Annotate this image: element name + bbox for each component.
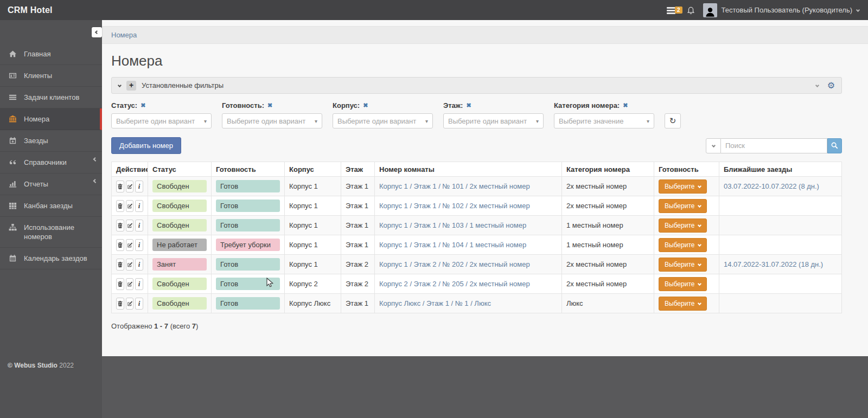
edit-button[interactable]	[126, 259, 134, 271]
edit-button[interactable]	[126, 239, 134, 251]
edit-button[interactable]	[126, 298, 134, 310]
readiness-select-button[interactable]: Выберите	[659, 199, 707, 213]
filters-panel-header[interactable]: + Установленные фильтры ⚙	[111, 77, 842, 94]
sidebar-item-label: Заезды	[24, 136, 48, 145]
column-header[interactable]: Этаж	[341, 162, 375, 177]
info-icon: i	[138, 260, 141, 269]
filter-select-placeholder: Выберите один вариант	[448, 117, 527, 125]
sidebar-collapse-button[interactable]	[92, 27, 102, 37]
info-button[interactable]: i	[135, 259, 143, 271]
clear-filter-icon[interactable]: ✖	[141, 102, 145, 109]
trash-icon	[117, 261, 123, 268]
search-options-button[interactable]	[706, 138, 721, 153]
edit-button[interactable]	[126, 278, 134, 290]
collapse-filters-icon[interactable]	[118, 83, 122, 87]
user-menu[interactable]: Тестовый Пользователь (Руководитель)	[703, 3, 859, 17]
room-link[interactable]: Корпус 1 / Этаж 1 / № 101 / 2х местный н…	[379, 182, 530, 190]
room-link[interactable]: Корпус 1 / Этаж 1 / № 103 / 1 местный но…	[379, 221, 526, 229]
readiness-select-button[interactable]: Выберите	[659, 258, 707, 272]
sidebar-item[interactable]: Канбан заезды	[0, 195, 102, 217]
delete-button[interactable]	[116, 181, 124, 192]
delete-button[interactable]	[116, 220, 124, 231]
edit-button[interactable]	[126, 200, 134, 212]
sidebar-item-label: Канбан заезды	[24, 201, 73, 210]
column-header[interactable]: Категория номера	[562, 162, 654, 177]
status-cell: Свободен	[148, 196, 212, 216]
column-header[interactable]: Действие	[112, 162, 148, 177]
edit-icon	[127, 222, 133, 229]
readiness-select-button[interactable]: Выберите	[659, 179, 707, 194]
sidebar-item[interactable]: Клиенты	[0, 65, 102, 87]
info-button[interactable]: i	[135, 181, 143, 192]
refresh-button[interactable]: ↻	[665, 113, 681, 128]
room-link[interactable]: Корпус 2 / Этаж 2 / № 205 / 2х местный н…	[379, 280, 530, 288]
clear-filter-icon[interactable]: ✖	[466, 102, 471, 109]
readiness-select-button[interactable]: Выберите	[659, 297, 707, 311]
sidebar-item[interactable]: Заезды	[0, 130, 102, 152]
room-cell: Корпус 1 / Этаж 1 / № 104 / 1 местный но…	[375, 235, 562, 255]
delete-button[interactable]	[116, 239, 124, 251]
sidebar-item[interactable]: Справочники	[0, 152, 102, 173]
info-button[interactable]: i	[135, 200, 143, 212]
nearest-checkin-link[interactable]: 14.07.2022-31.07.2022 (18 дн.)	[724, 260, 823, 268]
floor-cell: Этаж 2	[341, 255, 375, 274]
add-filter-icon[interactable]: +	[126, 81, 136, 91]
filter-select[interactable]: Выберите значение ▾	[554, 113, 654, 128]
info-button[interactable]: i	[135, 220, 143, 231]
search-input[interactable]	[721, 138, 827, 153]
filter-field: Категория номера: ✖ Выберите значение ▾	[554, 101, 654, 128]
sidebar-item[interactable]: Отчеты	[0, 173, 102, 195]
sidebar-item-icon	[8, 93, 17, 101]
sidebar-item[interactable]: Использование номеров	[0, 217, 102, 248]
column-header[interactable]: Корпус	[285, 162, 341, 177]
edit-icon	[127, 281, 133, 287]
column-header[interactable]: Готовность	[212, 162, 285, 177]
delete-button[interactable]	[116, 278, 124, 290]
gear-icon[interactable]: ⚙	[827, 81, 835, 90]
column-header[interactable]: Номер комнаты	[375, 162, 562, 177]
sidebar-item[interactable]: Номера	[0, 108, 102, 130]
room-link[interactable]: Корпус Люкс / Этаж 1 / № 1 / Люкс	[379, 299, 491, 307]
readiness-select-button[interactable]: Выберите	[659, 218, 707, 233]
room-link[interactable]: Корпус 1 / Этаж 2 / № 202 / 2х местный н…	[379, 260, 530, 268]
nearest-checkin-link[interactable]: 03.07.2022-10.07.2022 (8 дн.)	[724, 182, 819, 190]
room-link[interactable]: Корпус 1 / Этаж 1 / № 104 / 1 местный но…	[379, 241, 526, 249]
edit-button[interactable]	[126, 220, 134, 231]
add-room-button[interactable]: Добавить номер	[111, 137, 181, 154]
filter-select[interactable]: Выберите один вариант ▾	[222, 113, 322, 128]
chevron-left-icon	[93, 179, 98, 183]
delete-button[interactable]	[116, 298, 124, 310]
clear-filter-icon[interactable]: ✖	[267, 102, 272, 109]
readiness-select-button[interactable]: Выберите	[659, 277, 707, 291]
actions-cell: i	[112, 274, 148, 294]
info-button[interactable]: i	[135, 278, 143, 290]
info-button[interactable]: i	[135, 239, 143, 251]
sidebar-item-icon	[8, 71, 17, 80]
filter-select[interactable]: Выберите один вариант ▾	[443, 113, 544, 128]
delete-button[interactable]	[116, 259, 124, 271]
sidebar-item[interactable]: Календарь заездов	[0, 248, 102, 269]
room-link[interactable]: Корпус 1 / Этаж 1 / № 102 / 2х местный н…	[379, 202, 530, 210]
clear-filter-icon[interactable]: ✖	[623, 102, 628, 109]
category-cell: 1 местный номер	[562, 235, 654, 255]
breadcrumb-link[interactable]: Номера	[111, 31, 137, 39]
building-cell: Корпус Люкс	[285, 294, 341, 313]
sidebar-item[interactable]: Главная	[0, 43, 102, 65]
readiness-select-button[interactable]: Выберите	[659, 238, 707, 252]
chevron-down-icon[interactable]	[815, 83, 819, 87]
notifications-bell-icon[interactable]	[686, 5, 695, 15]
edit-button[interactable]	[126, 181, 134, 192]
info-button[interactable]: i	[135, 298, 143, 310]
column-header[interactable]: Ближайшие заезды	[719, 162, 842, 177]
column-header[interactable]: Статус	[148, 162, 212, 177]
filter-select[interactable]: Выберите один вариант ▾	[111, 113, 212, 128]
filter-select[interactable]: Выберите один вариант ▾	[333, 113, 433, 128]
toolbar: Добавить номер	[111, 137, 842, 154]
clear-filter-icon[interactable]: ✖	[363, 102, 368, 109]
column-header[interactable]: Готовность	[654, 162, 719, 177]
info-icon: i	[138, 299, 141, 308]
menu-toggle-icon[interactable]: 2	[667, 6, 679, 15]
search-button[interactable]	[827, 138, 842, 153]
delete-button[interactable]	[116, 200, 124, 212]
sidebar-item[interactable]: Задачи клиентов	[0, 87, 102, 108]
